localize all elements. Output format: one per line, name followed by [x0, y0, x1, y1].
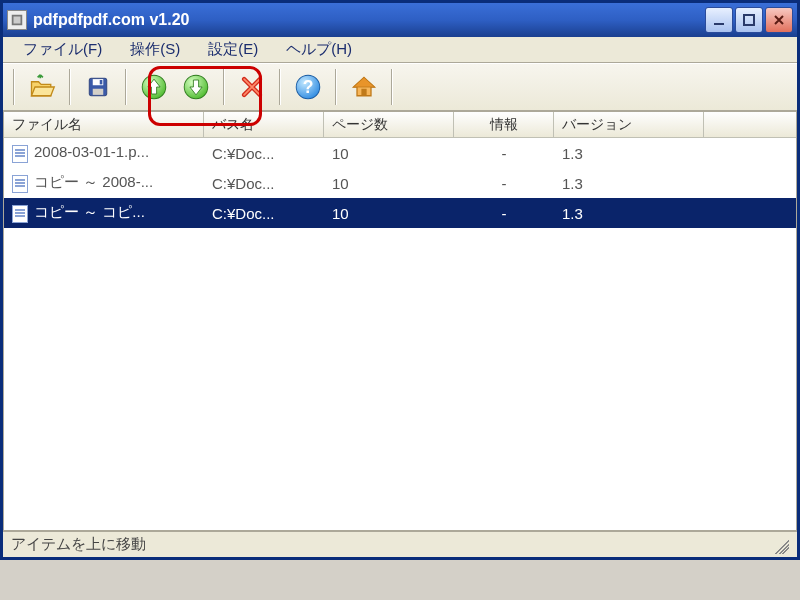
list-header: ファイル名 バス名 ページ数 情報 バージョン: [4, 112, 796, 138]
table-row[interactable]: 2008-03-01-1.p...C:¥Doc...10-1.3: [4, 138, 796, 168]
toolbar-separator: [335, 69, 337, 105]
statusbar: アイテムを上に移動: [3, 531, 797, 557]
svg-rect-7: [100, 80, 103, 84]
col-header-path[interactable]: バス名: [204, 112, 324, 137]
cell-info: -: [454, 142, 554, 165]
move-down-button[interactable]: [177, 68, 215, 106]
file-icon: [12, 205, 28, 223]
toolbar-separator: [391, 69, 393, 105]
app-icon: [7, 10, 27, 30]
cell-path: C:¥Doc...: [204, 172, 324, 195]
cell-filename: 2008-03-01-1.p...: [4, 140, 204, 165]
col-header-version[interactable]: バージョン: [554, 112, 704, 137]
titlebar: pdfpdfpdf.com v1.20: [3, 3, 797, 37]
cell-path: C:¥Doc...: [204, 142, 324, 165]
menu-file[interactable]: ファイル(F): [9, 38, 116, 61]
toolbar-separator: [69, 69, 71, 105]
cell-version: 1.3: [554, 202, 704, 225]
menu-settings[interactable]: 設定(E): [194, 38, 272, 61]
svg-rect-15: [361, 89, 366, 96]
status-text: アイテムを上に移動: [11, 535, 146, 554]
table-row[interactable]: コピー ～ コピ...C:¥Doc...10-1.3: [4, 198, 796, 228]
col-header-info[interactable]: 情報: [454, 112, 554, 137]
col-header-filename[interactable]: ファイル名: [4, 112, 204, 137]
cell-filename: コピー ～ 2008-...: [4, 170, 204, 195]
move-up-button[interactable]: [135, 68, 173, 106]
toolbar-separator: [13, 69, 15, 105]
svg-rect-2: [714, 23, 724, 25]
toolbar-separator: [223, 69, 225, 105]
cell-path: C:¥Doc...: [204, 202, 324, 225]
app-window: pdfpdfpdf.com v1.20 ファイル(F) 操作(S) 設定(E) …: [0, 0, 800, 560]
cell-pages: 10: [324, 202, 454, 225]
arrow-down-icon: [182, 73, 210, 101]
rows-container: 2008-03-01-1.p...C:¥Doc...10-1.3コピー ～ 20…: [4, 138, 796, 228]
arrow-up-icon: [140, 73, 168, 101]
col-header-pages[interactable]: ページ数: [324, 112, 454, 137]
maximize-button[interactable]: [735, 7, 763, 33]
help-button[interactable]: ?: [289, 68, 327, 106]
cell-version: 1.3: [554, 172, 704, 195]
svg-rect-1: [14, 17, 21, 24]
file-icon: [12, 145, 28, 163]
delete-button[interactable]: [233, 68, 271, 106]
minimize-button[interactable]: [705, 7, 733, 33]
home-icon: [350, 73, 378, 101]
toolbar: ?: [3, 63, 797, 111]
window-title: pdfpdfpdf.com v1.20: [33, 11, 705, 29]
window-buttons: [705, 7, 793, 33]
menubar: ファイル(F) 操作(S) 設定(E) ヘルプ(H): [3, 37, 797, 63]
svg-rect-3: [744, 15, 754, 25]
cell-pages: 10: [324, 172, 454, 195]
close-button[interactable]: [765, 7, 793, 33]
open-button[interactable]: [23, 68, 61, 106]
cell-info: -: [454, 172, 554, 195]
folder-open-icon: [28, 73, 56, 101]
cell-version: 1.3: [554, 142, 704, 165]
file-icon: [12, 175, 28, 193]
menu-operate[interactable]: 操作(S): [116, 38, 194, 61]
save-icon: [84, 73, 112, 101]
cell-info: -: [454, 202, 554, 225]
home-button[interactable]: [345, 68, 383, 106]
svg-text:?: ?: [303, 77, 314, 97]
save-button[interactable]: [79, 68, 117, 106]
table-row[interactable]: コピー ～ 2008-...C:¥Doc...10-1.3: [4, 168, 796, 198]
cell-filename: コピー ～ コピ...: [4, 200, 204, 225]
toolbar-separator: [125, 69, 127, 105]
menu-help[interactable]: ヘルプ(H): [272, 38, 366, 61]
resize-grip-icon[interactable]: [771, 536, 789, 554]
svg-rect-6: [93, 89, 104, 95]
file-listview[interactable]: ファイル名 バス名 ページ数 情報 バージョン 2008-03-01-1.p..…: [3, 111, 797, 531]
toolbar-separator: [279, 69, 281, 105]
cell-pages: 10: [324, 142, 454, 165]
help-icon: ?: [294, 73, 322, 101]
delete-x-icon: [238, 73, 266, 101]
